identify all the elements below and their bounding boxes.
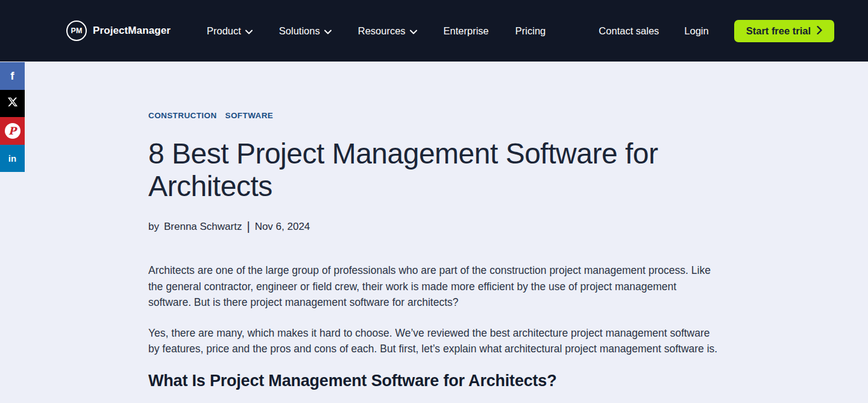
nav-item-label: Enterprise [444, 25, 489, 37]
nav-item-resources[interactable]: Resources [358, 25, 417, 37]
facebook-icon: f [10, 69, 14, 83]
section-heading: What Is Project Management Software for … [148, 372, 720, 390]
nav-item-pricing[interactable]: Pricing [515, 25, 546, 37]
nav-item-label: Product [207, 25, 241, 37]
paragraph: Yes, there are many, which makes it hard… [148, 325, 720, 357]
page-title: 8 Best Project Management Software for A… [148, 138, 691, 203]
paragraph: Architects are one of the large group of… [148, 262, 720, 311]
x-twitter-share-button[interactable] [0, 90, 25, 118]
cta-label: Start free trial [746, 25, 811, 37]
byline-separator: | [247, 220, 250, 233]
login-link[interactable]: Login [684, 25, 708, 37]
nav-item-solutions[interactable]: Solutions [279, 25, 332, 37]
start-free-trial-button[interactable]: Start free trial [734, 20, 834, 42]
publish-date: Nov 6, 2024 [255, 221, 310, 233]
byline-prefix: by [148, 221, 159, 233]
article-main: CONSTRUCTION SOFTWARE 8 Best Project Man… [0, 62, 747, 390]
linkedin-icon: in [8, 153, 16, 163]
nav-item-label: Resources [358, 25, 406, 37]
byline: by Brenna Schwartz | Nov 6, 2024 [148, 220, 747, 233]
contact-sales-link[interactable]: Contact sales [599, 25, 659, 37]
pinterest-share-button[interactable]: P [0, 117, 25, 145]
author-name: Brenna Schwartz [164, 221, 242, 233]
pm-logo-icon: PM [66, 21, 87, 41]
site-header: PM ProjectManager Product Solutions Reso… [0, 0, 868, 62]
nav-item-enterprise[interactable]: Enterprise [444, 25, 489, 37]
brand-logo[interactable]: PM ProjectManager [66, 21, 171, 41]
category-link-software[interactable]: SOFTWARE [225, 111, 274, 120]
chevron-right-icon [817, 25, 822, 37]
article-body: Architects are one of the large group of… [148, 262, 747, 390]
facebook-share-button[interactable]: f [0, 62, 25, 90]
chevron-down-icon [410, 25, 417, 37]
pinterest-glyph: P [8, 125, 16, 137]
social-share-rail: f P in [0, 62, 25, 172]
main-nav: Product Solutions Resources Enterprise P… [207, 25, 546, 37]
nav-item-product[interactable]: Product [207, 25, 253, 37]
chevron-down-icon [324, 25, 332, 37]
category-link-construction[interactable]: CONSTRUCTION [148, 111, 217, 120]
breadcrumb: CONSTRUCTION SOFTWARE [148, 111, 747, 120]
pinterest-icon: P [5, 123, 20, 139]
header-actions: Contact sales Login Start free trial [599, 20, 834, 42]
nav-item-label: Pricing [515, 25, 546, 37]
logo-monogram: PM [71, 27, 82, 35]
linkedin-share-button[interactable]: in [0, 145, 25, 173]
brand-name: ProjectManager [93, 25, 171, 37]
chevron-down-icon [245, 25, 253, 37]
x-twitter-icon [7, 97, 18, 110]
nav-item-label: Solutions [279, 25, 320, 37]
